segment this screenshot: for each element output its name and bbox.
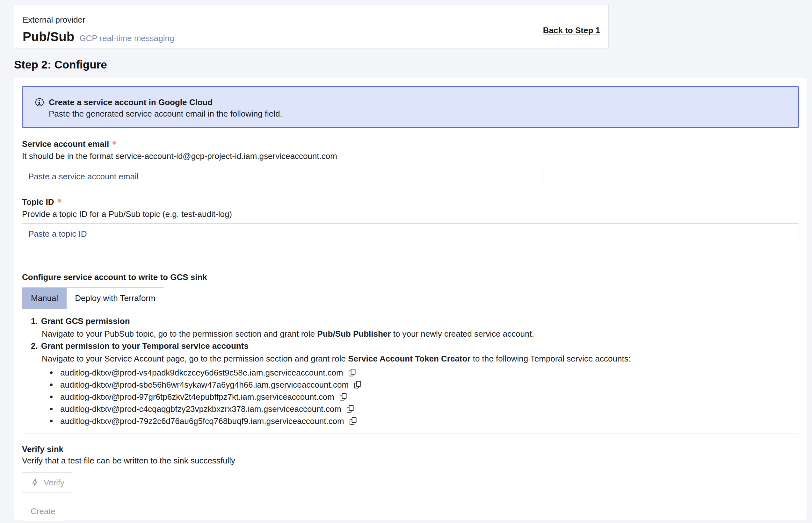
list-item: auditlog-dktxv@prod-vs4padk9dkczcey6d6st… [50, 367, 799, 379]
service-account-email: auditlog-dktxv@prod-sbe56h6wr4sykaw47a6y… [60, 380, 349, 390]
list-item: auditlog-dktxv@prod-97gr6tp6zkv2t4epubff… [50, 391, 799, 403]
provider-row: Pub/Sub GCP real-time messaging [23, 30, 600, 43]
manual-steps: 1. Grant GCS permission Navigate to your… [31, 316, 799, 427]
top-divider [12, 0, 812, 0]
verify-button[interactable]: Verify [22, 472, 73, 493]
configure-card: Create a service account in Google Cloud… [14, 78, 807, 520]
create-button-label: Create [31, 506, 55, 516]
zap-icon [31, 478, 39, 487]
service-account-email: auditlog-dktxv@prod-c4cqaqgbfzy23vpzkbxz… [60, 404, 341, 414]
list-item: auditlog-dktxv@prod-sbe56h6wr4sykaw47a6y… [50, 379, 799, 391]
step-2-number: 2. [31, 341, 38, 351]
step-2-heading: 2. Grant permission to your Temporal ser… [31, 341, 799, 351]
info-banner-body: Paste the generated service account emai… [49, 109, 791, 119]
bullet-dot [50, 383, 53, 386]
topic-id-label-row: Topic ID [22, 197, 799, 207]
verify-sink-title: Verify sink [22, 444, 799, 454]
info-banner-title: Create a service account in Google Cloud [49, 97, 213, 107]
provider-header-card: External provider Pub/Sub GCP real-time … [14, 4, 609, 49]
step-1-number: 1. [31, 316, 38, 326]
bullet-dot [50, 372, 53, 374]
copy-icon[interactable] [346, 404, 355, 414]
step-1-title: Grant GCS permission [41, 316, 130, 326]
verify-button-label: Verify [44, 478, 64, 488]
info-icon [35, 97, 44, 107]
tab-manual[interactable]: Manual [22, 288, 67, 309]
service-account-email-label-row: Service account email [22, 139, 799, 149]
bullet-dot [50, 396, 53, 398]
topic-id-help: Provide a topic ID for a Pub/Sub topic (… [22, 209, 799, 219]
bullet-dot [50, 420, 53, 422]
page-title: Step 2: Configure [14, 58, 107, 71]
copy-icon[interactable] [353, 380, 362, 390]
step-2-body: Navigate to your Service Account page, g… [42, 354, 799, 364]
required-indicator [112, 141, 116, 145]
configure-tabs: Manual Deploy with Terraform [22, 287, 164, 309]
step-2-title: Grant permission to your Temporal servic… [41, 341, 249, 351]
section-divider [22, 260, 799, 260]
provider-name: Pub/Sub [23, 30, 74, 43]
copy-icon[interactable] [347, 368, 357, 377]
copy-icon[interactable] [348, 416, 358, 426]
bullet-dot [50, 408, 53, 410]
configure-section-title: Configure service account to write to GC… [22, 272, 799, 282]
service-account-list: auditlog-dktxv@prod-vs4padk9dkczcey6d6st… [50, 367, 799, 427]
step-1-body: Navigate to your PubSub topic, go to the… [42, 329, 799, 339]
required-indicator [58, 199, 61, 202]
step-1-heading: 1. Grant GCS permission [31, 316, 799, 326]
service-account-email: auditlog-dktxv@prod-79z2c6d76au6g5fcq768… [60, 416, 344, 426]
service-account-email-label: Service account email [22, 139, 109, 149]
external-provider-label: External provider [23, 15, 600, 24]
create-button[interactable]: Create [22, 501, 64, 521]
provider-subtitle: GCP real-time messaging [80, 33, 174, 43]
tab-deploy-with-terraform[interactable]: Deploy with Terraform [67, 288, 163, 309]
topic-id-input[interactable] [22, 223, 799, 244]
copy-icon[interactable] [338, 392, 348, 402]
list-item: auditlog-dktxv@prod-79z2c6d76au6g5fcq768… [50, 415, 799, 427]
service-account-email-input[interactable] [22, 166, 542, 187]
service-account-email-help: It should be in the format service-accou… [22, 151, 799, 161]
back-to-step-1-link[interactable]: Back to Step 1 [543, 25, 600, 35]
service-account-email: auditlog-dktxv@prod-97gr6tp6zkv2t4epubff… [60, 392, 334, 402]
topic-id-label: Topic ID [22, 197, 54, 207]
service-account-email: auditlog-dktxv@prod-vs4padk9dkczcey6d6st… [60, 368, 343, 378]
list-item: auditlog-dktxv@prod-c4cqaqgbfzy23vpzkbxz… [50, 403, 799, 415]
info-banner: Create a service account in Google Cloud… [22, 86, 799, 128]
verify-sink-description: Verify that a test file can be written t… [22, 456, 799, 465]
